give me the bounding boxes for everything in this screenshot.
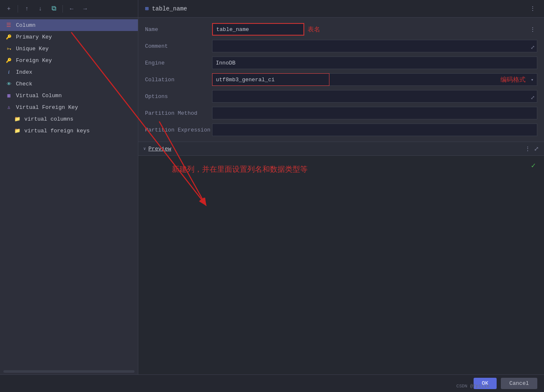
- form-row-collation: Collation 编码格式 ▾: [145, 73, 537, 86]
- comment-label: Comment: [145, 43, 212, 49]
- name-input[interactable]: [212, 23, 304, 36]
- sidebar-item-column[interactable]: ☰ Column: [0, 19, 138, 31]
- collation-annotation: 编码格式: [500, 76, 526, 84]
- preview-expand-button[interactable]: ⤢: [534, 145, 539, 152]
- options-input[interactable]: [212, 90, 537, 103]
- form-row-comment: Comment ⤢: [145, 39, 537, 53]
- toolbar-sep-1: [18, 5, 18, 13]
- form-row-options: Options ⤢: [145, 90, 537, 103]
- preview-annotation-text: 新建列，并在里面设置列名和数据类型等: [172, 164, 308, 174]
- csdn-credit: CSDN @fp1116: [456, 384, 490, 389]
- name-annotation: 表名: [308, 26, 320, 34]
- name-label: Name: [145, 26, 212, 33]
- index-icon: i: [5, 68, 13, 76]
- cancel-button[interactable]: Cancel: [501, 378, 537, 389]
- virtual-columns-folder-icon: 📁: [13, 115, 21, 123]
- sidebar-item-virtual-fk-folder-label: virtual foreign keys: [24, 128, 90, 134]
- sidebar-item-check[interactable]: 👁 Check: [0, 78, 138, 90]
- sidebar-item-unique-key[interactable]: 🗝 Unique Key: [0, 43, 138, 54]
- sidebar-item-virtual-fk-folder[interactable]: 📁 virtual foreign keys: [0, 125, 138, 137]
- move-down-button[interactable]: ↓: [35, 3, 46, 14]
- sidebar-item-index-label: Index: [16, 69, 32, 75]
- sidebar-toolbar: + ↑ ↓ ⧉ ← →: [0, 0, 138, 18]
- preview-title: Preview: [148, 146, 171, 152]
- preview-more-button[interactable]: ⋮: [525, 145, 531, 152]
- right-header-title: table_name: [152, 5, 187, 12]
- form-row-partition-method: Partition Method: [145, 106, 537, 120]
- virtual-fk-folder-icon: 📁: [13, 127, 21, 134]
- engine-input-wrap: [212, 57, 537, 69]
- comment-input-wrap: ⤢: [212, 40, 537, 52]
- partition-method-label: Partition Method: [145, 110, 212, 116]
- partition-expression-input-wrap: [212, 124, 537, 136]
- preview-header: ∨ Preview ⋮ ⤢: [138, 142, 544, 156]
- partition-method-input[interactable]: [212, 107, 537, 119]
- main-container: + ↑ ↓ ⧉ ← → ☰ Column 🔑 Primary Key: [0, 0, 544, 392]
- sidebar-item-index[interactable]: i Index: [0, 66, 138, 78]
- name-row-more-button[interactable]: ⋮: [528, 24, 537, 35]
- sidebar-item-primary-key-label: Primary Key: [16, 34, 52, 40]
- form-area: Name 表名 ⋮ Comment ⤢: [138, 18, 544, 142]
- partition-method-input-wrap: [212, 107, 537, 119]
- collation-rest: 编码格式 ▾: [329, 73, 537, 86]
- primary-key-icon: 🔑: [5, 33, 13, 41]
- name-input-wrap: 表名: [212, 23, 528, 36]
- form-row-engine: Engine: [145, 56, 537, 70]
- sidebar-item-virtual-column[interactable]: ▦ Virtual Column: [0, 90, 138, 101]
- table-header-icon: ⊞: [145, 5, 148, 12]
- add-button[interactable]: +: [3, 3, 14, 14]
- header-more-button[interactable]: ⋮: [528, 3, 537, 14]
- unique-key-icon: 🗝: [5, 45, 13, 52]
- engine-input[interactable]: [212, 57, 537, 69]
- check-icon-sidebar: 👁: [5, 80, 13, 88]
- engine-label: Engine: [145, 60, 212, 66]
- form-row-name: Name 表名 ⋮: [145, 23, 537, 36]
- move-right-button[interactable]: →: [80, 3, 91, 14]
- copy-button[interactable]: ⧉: [48, 3, 59, 14]
- column-icon: ☰: [5, 21, 13, 29]
- sidebar-item-foreign-key-label: Foreign Key: [16, 57, 52, 64]
- preview-toolbar: ⋮ ⤢: [525, 145, 539, 152]
- sidebar-item-virtual-column-label: Virtual Column: [16, 93, 62, 99]
- preview-section: ∨ Preview ⋮ ⤢ 新建列，并在里面设置列名和数据类型等 ✓: [138, 142, 544, 374]
- virtual-fk-icon: ♙: [5, 103, 13, 111]
- collation-input[interactable]: [212, 73, 329, 86]
- sidebar-scrollbar: [3, 370, 135, 373]
- right-panel: ⊞ table_name ⋮ Name 表名 ⋮ Comment: [138, 0, 544, 374]
- partition-expression-label: Partition Expression: [145, 127, 212, 133]
- move-up-button[interactable]: ↑: [21, 3, 32, 14]
- partition-expression-input[interactable]: [212, 124, 537, 136]
- toolbar-sep-2: [62, 5, 63, 13]
- sidebar-item-foreign-key[interactable]: 🔑 Foreign Key: [0, 54, 138, 66]
- preview-toggle-icon[interactable]: ∨: [143, 146, 146, 151]
- foreign-key-icon: 🔑: [5, 57, 13, 64]
- bottom-bar: CSDN @fp1116 OK Cancel: [0, 374, 544, 392]
- sidebar-item-virtual-columns-folder-label: virtual columns: [24, 116, 73, 122]
- options-expand-icon[interactable]: ⤢: [531, 95, 535, 101]
- sidebar-item-virtual-columns-folder[interactable]: 📁 virtual columns: [0, 113, 138, 125]
- sidebar-item-primary-key[interactable]: 🔑 Primary Key: [0, 31, 138, 43]
- preview-check-icon: ✓: [531, 161, 536, 170]
- top-area: + ↑ ↓ ⧉ ← → ☰ Column 🔑 Primary Key: [0, 0, 544, 374]
- comment-expand-icon[interactable]: ⤢: [531, 44, 535, 51]
- virtual-column-icon: ▦: [5, 92, 13, 99]
- comment-input[interactable]: [212, 40, 537, 52]
- sidebar-item-column-label: Column: [16, 22, 36, 28]
- preview-body: 新建列，并在里面设置列名和数据类型等 ✓: [138, 156, 544, 374]
- sidebar: + ↑ ↓ ⧉ ← → ☰ Column 🔑 Primary Key: [0, 0, 138, 374]
- collation-label: Collation: [145, 77, 212, 83]
- collation-dropdown-arrow[interactable]: ▾: [531, 77, 534, 83]
- collation-wrap: 编码格式 ▾: [212, 73, 537, 86]
- form-row-partition-expression: Partition Expression: [145, 123, 537, 137]
- sidebar-item-check-label: Check: [16, 81, 32, 87]
- right-panel-header: ⊞ table_name ⋮: [138, 0, 544, 18]
- move-left-button[interactable]: ←: [66, 3, 77, 14]
- options-label: Options: [145, 93, 212, 100]
- options-input-wrap: ⤢: [212, 90, 537, 103]
- sidebar-item-virtual-fk[interactable]: ♙ Virtual Foreign Key: [0, 101, 138, 113]
- sidebar-items: ☰ Column 🔑 Primary Key 🗝 Unique Key 🔑 Fo…: [0, 18, 138, 369]
- sidebar-item-virtual-fk-label: Virtual Foreign Key: [16, 104, 78, 111]
- sidebar-item-unique-key-label: Unique Key: [16, 46, 49, 52]
